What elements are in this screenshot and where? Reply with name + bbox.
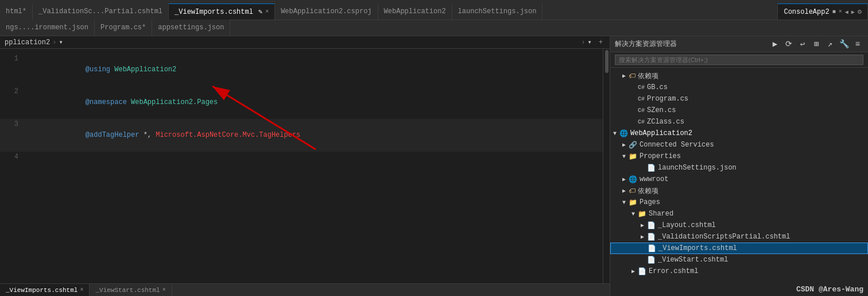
- code-line-1: 1 @using WebApplication2: [0, 53, 603, 86]
- tab-consoleapp2-close[interactable]: ×: [839, 9, 842, 15]
- tree-item-webapp2[interactable]: ▼ 🌐 WebApplication2: [610, 128, 868, 139]
- code-line-2: 2 @namespace WebApplication2.Pages: [0, 86, 603, 119]
- bottom-tab-viewimports-label: _ViewImports.cshtml: [6, 287, 78, 294]
- tab-consoleapp2-label: ConsoleApp2: [784, 8, 829, 16]
- nav-right-btn[interactable]: ▶: [851, 9, 855, 16]
- scrollbar-thumb[interactable]: [605, 50, 609, 73]
- line-num-2: 2: [5, 86, 28, 97]
- tree-item-validationpartial[interactable]: ▶ 📄 _ValidationScriptsPartial.cshtml: [610, 231, 868, 243]
- tree-item-gbcs[interactable]: C# GB.cs: [610, 82, 868, 93]
- nav-left-btn[interactable]: ◀: [845, 9, 848, 16]
- line-code-4: [28, 152, 603, 163]
- tab-webapp2[interactable]: WebApplication2: [378, 3, 452, 20]
- main-area: pplication2 › ▾ › ▾ + 1 @using WebApplic…: [0, 36, 868, 296]
- tab-consoleapp2[interactable]: ConsoleApp2 ■ × ◀ ▶ ⚙: [778, 3, 868, 20]
- tree-arrow-wwwroot[interactable]: ▶: [619, 176, 629, 183]
- tree-item-wwwroot[interactable]: ▶ 🌐 wwwroot: [610, 174, 868, 185]
- search-bar: [610, 52, 868, 68]
- toolbar-btn-5[interactable]: ↗: [824, 39, 836, 50]
- tab-viewimports-close[interactable]: ×: [265, 9, 269, 15]
- code-line-4: 4: [0, 152, 603, 163]
- tree-label-gbcs: GB.cs: [647, 83, 668, 91]
- tab-webapp2-label: WebApplication2: [384, 7, 446, 16]
- tree-item-dep2[interactable]: ▶ 🏷 依赖项: [610, 185, 868, 197]
- tab-programcs-label: Program.cs*: [100, 24, 146, 32]
- tree-item-zclasscs[interactable]: C# ZClass.cs: [610, 116, 868, 128]
- bottom-tab-viewimports[interactable]: _ViewImports.cshtml ×: [0, 284, 90, 297]
- tab-viewimports[interactable]: _ViewImports.cshtml ✎ ×: [169, 3, 275, 20]
- breadcrumb-right-dropdown[interactable]: ▾: [588, 38, 592, 47]
- bottom-tab-viewstart[interactable]: _ViewStart.cshtml ×: [90, 284, 172, 297]
- bottom-tab-bar: _ViewImports.cshtml × _ViewStart.cshtml …: [0, 283, 610, 296]
- line-num-1: 1: [5, 53, 28, 64]
- tree-arrow-validationpartial[interactable]: ▶: [638, 233, 647, 240]
- tab-launchsettings[interactable]: launchSettings.json: [452, 3, 543, 20]
- settings-btn[interactable]: ⚙: [858, 7, 862, 16]
- line-code-3: @addTagHelper *, Microsoft.AspNetCore.Mv…: [28, 119, 603, 152]
- tree-arrow-dep1[interactable]: ▶: [619, 72, 629, 79]
- tab-envjson[interactable]: ngs....ironment.json: [0, 20, 95, 36]
- editor-scrollbar[interactable]: [603, 49, 610, 283]
- solution-tree[interactable]: ▶ 🏷 依赖项 C# GB.cs C# Program.cs: [610, 68, 868, 279]
- tree-label-zclasscs: ZClass.cs: [647, 118, 684, 126]
- tree-icon-shared: 📁: [638, 210, 646, 218]
- tree-label-wwwroot: wwwroot: [640, 175, 668, 183]
- tree-arrow-shared[interactable]: ▼: [629, 211, 638, 217]
- editor-content[interactable]: 1 @using WebApplication2 2 @namespace We…: [0, 49, 603, 283]
- breadcrumb-right-chevron: ›: [581, 39, 585, 47]
- tree-arrow-webapp2[interactable]: ▼: [610, 130, 619, 137]
- tab-envjson-label: ngs....ironment.json: [6, 24, 88, 32]
- tab-csproj-label: WebApplication2.csproj: [281, 7, 371, 16]
- tree-arrow-properties[interactable]: ▼: [619, 153, 629, 160]
- tree-arrow-error[interactable]: ▶: [629, 268, 638, 275]
- toolbar-btn-2[interactable]: ⟳: [783, 39, 795, 50]
- tree-label-viewimports: _ViewImports.cshtml: [658, 244, 737, 252]
- tree-label-layout: _Layout.cshtml: [658, 221, 716, 229]
- tree-item-viewimports[interactable]: 📄 _ViewImports.cshtml: [610, 243, 868, 254]
- search-input[interactable]: [615, 55, 863, 65]
- tree-icon-webapp2: 🌐: [619, 129, 628, 138]
- tree-arrow-pages[interactable]: ▼: [619, 199, 629, 206]
- toolbar-btn-6[interactable]: 🔧: [838, 39, 850, 50]
- breadcrumb-chevron: ›: [52, 39, 56, 47]
- tree-label-szencs: SZen.cs: [647, 106, 676, 114]
- tab-csproj[interactable]: WebApplication2.csproj: [275, 3, 378, 20]
- tree-item-programcs[interactable]: C# Program.cs: [610, 93, 868, 105]
- tree-icon-szencs: C#: [638, 107, 645, 114]
- tree-arrow-connected[interactable]: ▶: [619, 141, 629, 148]
- tree-label-error: Error.cshtml: [649, 267, 698, 275]
- tree-item-launchsettings[interactable]: 📄 launchSettings.json: [610, 162, 868, 174]
- tree-item-dep1[interactable]: ▶ 🏷 依赖项: [610, 70, 868, 82]
- tree-item-layout[interactable]: ▶ 📄 _Layout.cshtml: [610, 220, 868, 231]
- tab-html[interactable]: html*: [0, 3, 33, 20]
- tab-programcs[interactable]: Program.cs*: [95, 20, 152, 36]
- bottom-tab-viewstart-close[interactable]: ×: [162, 287, 166, 293]
- tab-appsettings[interactable]: appsettings.json: [152, 20, 230, 36]
- tree-label-connected: Connected Services: [640, 141, 714, 149]
- breadcrumb-dropdown[interactable]: ▾: [59, 38, 63, 47]
- tree-item-connected[interactable]: ▶ 🔗 Connected Services: [610, 139, 868, 151]
- tree-icon-layout: 📄: [647, 221, 656, 230]
- tab-validationsc[interactable]: _ValidationSc...Partial.cshtml: [33, 3, 169, 20]
- tree-item-shared[interactable]: ▼ 📁 Shared: [610, 208, 868, 220]
- tree-item-szencs[interactable]: C# SZen.cs: [610, 105, 868, 116]
- bottom-tab-viewstart-label: _ViewStart.cshtml: [95, 287, 160, 294]
- toolbar-btn-3[interactable]: ↩: [797, 39, 808, 50]
- tree-icon-connected: 🔗: [629, 141, 637, 149]
- tree-label-programcs: Program.cs: [647, 95, 688, 103]
- tree-item-error[interactable]: ▶ 📄 Error.cshtml: [610, 266, 868, 277]
- bottom-tab-viewimports-close[interactable]: ×: [80, 287, 83, 293]
- toolbar-btn-4[interactable]: ⊞: [811, 39, 822, 50]
- tree-item-pages[interactable]: ▼ 📁 Pages: [610, 197, 868, 208]
- tree-item-viewstart[interactable]: 📄 _ViewStart.cshtml: [610, 254, 868, 266]
- tree-item-properties[interactable]: ▼ 📁 Properties: [610, 151, 868, 162]
- editor-expand-btn[interactable]: +: [599, 39, 603, 47]
- tree-arrow-dep2[interactable]: ▶: [619, 187, 629, 194]
- line-code-1: @using WebApplication2: [28, 53, 603, 86]
- tree-label-dep2: 依赖项: [638, 186, 658, 196]
- toolbar-btn-7[interactable]: ≡: [852, 39, 863, 50]
- tree-arrow-layout[interactable]: ▶: [638, 222, 647, 229]
- toolbar-btn-1[interactable]: ▶: [769, 39, 781, 50]
- code-line-3: 3 @addTagHelper *, Microsoft.AspNetCore.…: [0, 119, 603, 152]
- tab-appsettings-label: appsettings.json: [158, 24, 224, 32]
